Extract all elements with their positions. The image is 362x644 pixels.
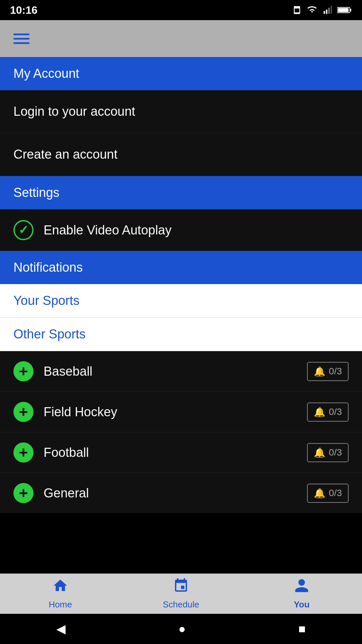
football-item[interactable]: Football 🔔 0/3 (0, 432, 362, 473)
svg-rect-5 (330, 6, 332, 14)
schedule-label: Schedule (163, 599, 199, 610)
schedule-icon (173, 578, 189, 597)
other-sports-section: Other Sports (0, 318, 362, 351)
baseball-badge-count: 0/3 (329, 366, 342, 377)
hamburger-menu-button[interactable] (13, 34, 29, 44)
football-left: Football (13, 442, 89, 463)
your-sports-label: Your Sports (13, 293, 79, 308)
wifi-icon (306, 5, 318, 15)
autoplay-check-icon (13, 220, 34, 240)
nav-home[interactable]: Home (1, 578, 120, 610)
baseball-item[interactable]: Baseball 🔔 0/3 (0, 351, 362, 392)
general-left: General (13, 483, 89, 503)
enable-autoplay-item[interactable]: Enable Video Autoplay (0, 209, 362, 251)
general-name: General (44, 486, 89, 500)
settings-header: Settings (0, 176, 362, 209)
back-button[interactable]: ◀ (56, 622, 66, 636)
football-bell-icon: 🔔 (314, 447, 325, 458)
general-notification-badge[interactable]: 🔔 0/3 (307, 484, 349, 503)
recents-button[interactable]: ■ (298, 622, 306, 636)
other-sports-label: Other Sports (13, 327, 85, 341)
your-sports-section: Your Sports (0, 284, 362, 318)
login-item[interactable]: Login to your account (0, 90, 362, 133)
general-add-button[interactable] (13, 483, 34, 503)
toolbar (0, 20, 362, 57)
football-name: Football (44, 445, 89, 460)
my-account-header: My Account (0, 57, 362, 90)
svg-rect-4 (328, 8, 329, 14)
general-bell-icon: 🔔 (314, 488, 325, 499)
settings-label: Settings (13, 185, 59, 200)
field-hockey-left: Field Hockey (13, 402, 117, 422)
svg-rect-8 (338, 8, 349, 12)
status-time: 10:16 (10, 4, 38, 16)
home-button[interactable]: ● (178, 622, 186, 636)
field-hockey-item[interactable]: Field Hockey 🔔 0/3 (0, 392, 362, 432)
general-item[interactable]: General 🔔 0/3 (0, 473, 362, 513)
nav-schedule[interactable]: Schedule (121, 578, 241, 610)
battery-icon (337, 6, 352, 14)
baseball-bell-icon: 🔔 (314, 366, 325, 377)
sim-icon (292, 5, 302, 15)
notifications-header: Notifications (0, 251, 362, 284)
general-badge-count: 0/3 (329, 488, 342, 498)
you-label: You (294, 599, 309, 610)
home-icon (52, 578, 68, 597)
notifications-label: Notifications (13, 260, 83, 274)
baseball-add-button[interactable] (13, 361, 34, 381)
field-hockey-name: Field Hockey (44, 405, 117, 419)
field-hockey-badge-count: 0/3 (329, 407, 342, 417)
signal-icon (322, 5, 333, 15)
login-label: Login to your account (13, 104, 135, 119)
you-icon (294, 578, 310, 597)
svg-rect-3 (326, 10, 327, 14)
system-nav-bar: ◀ ● ■ (0, 614, 362, 644)
football-notification-badge[interactable]: 🔔 0/3 (307, 443, 349, 462)
baseball-left: Baseball (13, 361, 93, 381)
football-badge-count: 0/3 (329, 447, 342, 458)
create-account-label: Create an account (13, 147, 118, 162)
field-hockey-bell-icon: 🔔 (314, 407, 325, 418)
baseball-notification-badge[interactable]: 🔔 0/3 (307, 362, 349, 381)
field-hockey-notification-badge[interactable]: 🔔 0/3 (307, 402, 349, 422)
svg-rect-7 (350, 9, 351, 11)
autoplay-label: Enable Video Autoplay (44, 223, 172, 237)
status-icons (292, 5, 352, 15)
bottom-nav: Home Schedule You (0, 574, 362, 614)
my-account-label: My Account (13, 66, 79, 80)
svg-rect-1 (295, 8, 299, 12)
field-hockey-add-button[interactable] (13, 402, 34, 422)
football-add-button[interactable] (13, 442, 34, 463)
home-label: Home (49, 599, 72, 610)
nav-you[interactable]: You (242, 578, 361, 610)
baseball-name: Baseball (44, 364, 93, 379)
svg-rect-2 (323, 11, 325, 14)
create-account-item[interactable]: Create an account (0, 133, 362, 176)
status-bar: 10:16 (0, 0, 362, 20)
